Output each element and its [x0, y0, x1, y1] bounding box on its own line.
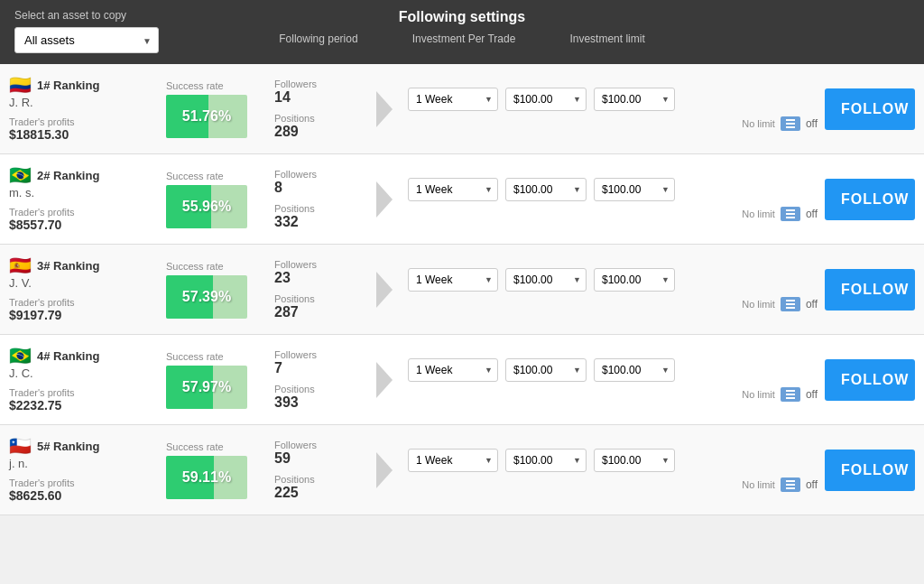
positions-value-0: 289	[274, 124, 365, 140]
toggle-button-4[interactable]	[781, 477, 800, 492]
trader-profits-label-2: Trader's profits	[9, 297, 162, 308]
no-limit-label-0: No limit	[742, 118, 775, 129]
follow-button-1[interactable]: FOLLOW	[825, 179, 915, 220]
trader-info-2: 🇪🇸 3# Ranking J. V. Trader's profits $91…	[9, 256, 162, 322]
followers-block-3: Followers 7 Positions 393	[274, 349, 365, 411]
trader-rank-text-2: 3# Ranking	[37, 259, 99, 273]
success-rate-text-0: 51.76%	[182, 108, 231, 125]
top-bar-left: Select an asset to copy All assets Forex…	[14, 9, 159, 53]
trader-rank-text-0: 1# Ranking	[37, 79, 99, 92]
trader-row: 🇨🇴 1# Ranking J. R. Trader's profits $18…	[0, 64, 924, 154]
trader-name-2: J. V.	[9, 276, 162, 290]
toggle-line-2-4	[786, 484, 795, 486]
trader-name-4: j. n.	[9, 457, 162, 470]
toggle-line-2-1	[786, 213, 795, 215]
limit-select-wrap-3: $100.00 $200.00 $500.00	[594, 358, 675, 382]
limit-select-4[interactable]: $100.00 $200.00 $500.00	[594, 449, 675, 472]
toggle-line-3-1	[786, 217, 795, 218]
arrow-icon-3	[376, 362, 393, 398]
top-bar: Select an asset to copy All assets Forex…	[0, 0, 924, 64]
trader-rank-2: 🇪🇸 3# Ranking	[9, 256, 162, 274]
success-rate-block-3: Success rate 57.97%	[166, 351, 265, 409]
toggle-lines-2	[786, 300, 795, 309]
toggle-button-0[interactable]	[781, 116, 800, 131]
settings-row-top-4: 1 Week 2 Weeks 1 Month $100.00 $200.00 $…	[408, 449, 818, 472]
off-label-2: off	[806, 298, 818, 311]
trader-row: 🇨🇱 5# Ranking j. n. Trader's profits $86…	[0, 425, 924, 515]
toggle-lines-3	[786, 390, 795, 399]
investment-select-wrap-2: $100.00 $200.00 $500.00	[505, 268, 587, 292]
period-select-0[interactable]: 1 Week 2 Weeks 1 Month	[408, 88, 498, 111]
period-select-3[interactable]: 1 Week 2 Weeks 1 Month	[408, 358, 498, 382]
investment-select-2[interactable]: $100.00 $200.00 $500.00	[505, 268, 587, 292]
toggle-button-1[interactable]	[781, 207, 800, 221]
off-label-4: off	[806, 478, 818, 491]
period-select-wrap-0: 1 Week 2 Weeks 1 Month	[408, 88, 498, 111]
investment-select-4[interactable]: $100.00 $200.00 $500.00	[505, 449, 587, 472]
trader-rank-0: 🇨🇴 1# Ranking	[9, 76, 162, 94]
followers-value-2: 23	[274, 270, 365, 286]
followers-value-1: 8	[274, 180, 365, 196]
trader-name-1: m. s.	[9, 186, 162, 199]
success-rate-block-4: Success rate 59.11%	[166, 441, 265, 499]
limit-select-3[interactable]: $100.00 $200.00 $500.00	[594, 358, 675, 382]
follow-button-2[interactable]: FOLLOW	[825, 269, 915, 311]
limit-select-1[interactable]: $100.00 $200.00 $500.00	[594, 178, 675, 201]
period-select-4[interactable]: 1 Week 2 Weeks 1 Month	[408, 449, 498, 472]
limit-select-2[interactable]: $100.00 $200.00 $500.00	[594, 268, 675, 292]
success-bar-4: 59.11%	[166, 456, 247, 499]
period-select-2[interactable]: 1 Week 2 Weeks 1 Month	[408, 268, 498, 292]
followers-label-3: Followers	[274, 349, 365, 360]
positions-label-0: Positions	[274, 113, 365, 124]
positions-label-1: Positions	[274, 203, 365, 214]
trader-rank-4: 🇨🇱 5# Ranking	[9, 437, 162, 455]
toggle-lines-4	[786, 480, 795, 489]
investment-select-1[interactable]: $100.00 $200.00 $500.00	[505, 178, 587, 201]
follow-button-3[interactable]: FOLLOW	[825, 359, 915, 401]
settings-block-4: 1 Week 2 Weeks 1 Month $100.00 $200.00 $…	[408, 449, 818, 492]
positions-label-2: Positions	[274, 293, 365, 304]
app-container: Select an asset to copy All assets Forex…	[0, 0, 924, 515]
period-select-1[interactable]: 1 Week 2 Weeks 1 Month	[408, 178, 498, 201]
limit-select-0[interactable]: $100.00 $200.00 $500.00	[594, 88, 675, 111]
trader-info-3: 🇧🇷 4# Ranking J. C. Trader's profits $22…	[9, 347, 162, 413]
asset-select[interactable]: All assets Forex Stocks Crypto	[14, 27, 159, 53]
investment-select-wrap-1: $100.00 $200.00 $500.00	[505, 178, 587, 201]
success-rate-label-3: Success rate	[166, 351, 224, 362]
trader-profits-label-4: Trader's profits	[9, 477, 162, 488]
settings-block-2: 1 Week 2 Weeks 1 Month $100.00 $200.00 $…	[408, 268, 818, 311]
trader-name-0: J. R.	[9, 96, 162, 109]
followers-value-0: 14	[274, 89, 365, 106]
toggle-line-1-0	[786, 119, 795, 121]
toggle-line-3-4	[786, 487, 795, 489]
positions-label-4: Positions	[274, 474, 365, 485]
toggle-line-1-2	[786, 300, 795, 301]
following-settings-title: Following settings	[279, 9, 644, 25]
investment-select-wrap-3: $100.00 $200.00 $500.00	[505, 358, 587, 382]
trader-flag-3: 🇧🇷	[9, 347, 32, 365]
trader-profits-label-1: Trader's profits	[9, 207, 162, 218]
settings-row-top-3: 1 Week 2 Weeks 1 Month $100.00 $200.00 $…	[408, 358, 818, 382]
trader-profits-label-0: Trader's profits	[9, 116, 162, 127]
off-label-3: off	[806, 388, 818, 401]
settings-row-bottom-1: No limit off	[408, 207, 818, 221]
follow-button-4[interactable]: FOLLOW	[825, 450, 915, 491]
following-settings-cols: Following period Investment Per Trade In…	[279, 32, 644, 45]
followers-value-4: 59	[274, 450, 365, 467]
arrow-icon-4	[376, 452, 393, 488]
toggle-button-2[interactable]	[781, 297, 800, 311]
success-rate-text-4: 59.11%	[182, 469, 231, 486]
success-rate-block-1: Success rate 55.96%	[166, 171, 265, 228]
col-investment-header: Investment Per Trade	[412, 32, 516, 45]
arrow-block-2	[368, 272, 401, 308]
follow-button-0[interactable]: FOLLOW	[825, 88, 915, 130]
period-select-wrap-3: 1 Week 2 Weeks 1 Month	[408, 358, 498, 382]
investment-select-0[interactable]: $100.00 $200.00 $500.00	[505, 88, 587, 111]
no-limit-label-4: No limit	[742, 479, 775, 490]
trader-profits-value-1: $8557.70	[9, 218, 162, 232]
toggle-line-2-3	[786, 394, 795, 395]
investment-select-3[interactable]: $100.00 $200.00 $500.00	[505, 358, 587, 382]
toggle-button-3[interactable]	[781, 387, 800, 402]
limit-select-wrap-1: $100.00 $200.00 $500.00	[594, 178, 675, 201]
success-rate-label-4: Success rate	[166, 441, 224, 452]
